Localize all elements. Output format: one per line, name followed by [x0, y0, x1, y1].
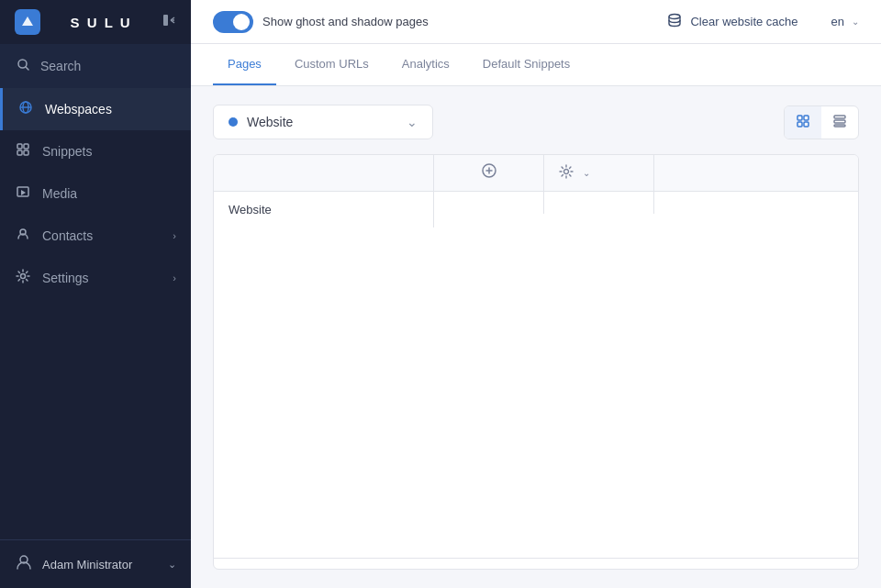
search-icon	[15, 58, 31, 74]
svg-rect-13	[24, 150, 28, 155]
sidebar-item-contacts[interactable]: Contacts ›	[0, 215, 191, 257]
webspaces-icon	[17, 100, 34, 118]
contacts-icon	[15, 227, 31, 245]
settings-icon	[15, 269, 31, 287]
sidebar-item-webspaces[interactable]: Webspaces	[0, 88, 191, 130]
logo-text: S U L U	[70, 15, 131, 30]
sidebar: S U L U Search	[0, 0, 191, 588]
collapse-sidebar-button[interactable]	[162, 13, 176, 31]
svg-line-6	[26, 67, 28, 70]
sidebar-item-label: Settings	[42, 271, 89, 285]
clear-cache-button[interactable]: Clear website cache	[655, 6, 809, 38]
sidebar-logo: S U L U	[0, 0, 191, 44]
ghost-shadow-toggle[interactable]	[213, 11, 253, 33]
svg-point-16	[21, 274, 26, 279]
svg-rect-10	[17, 144, 22, 149]
svg-rect-11	[24, 144, 28, 149]
svg-rect-1	[163, 15, 168, 26]
tab-pages[interactable]: Pages	[213, 44, 276, 85]
svg-rect-23	[834, 116, 845, 118]
view-toggle	[784, 105, 859, 139]
sidebar-nav: Webspaces Snippets Media	[0, 88, 191, 539]
th-title	[214, 155, 434, 191]
sidebar-item-media[interactable]: Media	[0, 172, 191, 215]
language-label: en	[831, 15, 844, 28]
td-settings	[544, 192, 654, 214]
grid-view-button[interactable]	[785, 106, 821, 139]
topbar-right: en ⌄	[831, 15, 859, 28]
th-settings: ⌄	[544, 155, 654, 191]
chevron-down-icon: ⌄	[583, 168, 590, 178]
tab-default-snippets[interactable]: Default Snippets	[468, 44, 585, 85]
svg-rect-12	[17, 150, 22, 155]
td-title: Website	[214, 192, 434, 227]
table-row: Website	[214, 192, 858, 559]
ghost-pages-toggle-group: Show ghost and shadow pages	[213, 11, 633, 33]
page-content: Website ⌄	[191, 86, 881, 588]
svg-point-18	[669, 14, 680, 18]
website-status-dot	[229, 117, 238, 127]
svg-rect-21	[797, 122, 802, 127]
svg-marker-0	[22, 17, 33, 26]
media-icon	[15, 184, 31, 203]
chevron-down-icon: ⌄	[852, 17, 859, 27]
sidebar-item-label: Webspaces	[45, 102, 112, 116]
cache-icon	[666, 12, 683, 32]
sidebar-item-label: Contacts	[42, 228, 93, 243]
svg-rect-22	[804, 122, 809, 127]
search-label: Search	[40, 59, 81, 73]
svg-rect-20	[804, 116, 809, 120]
list-view-button[interactable]	[821, 106, 858, 139]
td-rest	[654, 192, 858, 214]
clear-cache-label: Clear website cache	[690, 15, 797, 28]
user-footer[interactable]: Adam Ministrator ⌄	[0, 539, 191, 588]
sidebar-search-item[interactable]: Search	[0, 44, 191, 88]
tab-custom-urls[interactable]: Custom URLs	[280, 44, 384, 85]
chevron-down-icon: ⌄	[407, 115, 418, 129]
pages-table: ⌄ Website	[213, 154, 859, 570]
website-select-label: Website	[247, 115, 293, 129]
settings-col-icon[interactable]	[559, 164, 574, 182]
sidebar-item-label: Snippets	[42, 144, 92, 159]
user-name: Adam Ministrator	[42, 558, 132, 571]
svg-point-29	[564, 170, 569, 174]
table-header: ⌄	[214, 155, 858, 192]
td-add	[434, 192, 544, 214]
selector-row: Website ⌄	[213, 105, 859, 139]
snippets-icon	[15, 142, 31, 161]
sidebar-item-label: Media	[42, 186, 77, 201]
content-tabs: Pages Custom URLs Analytics Default Snip…	[191, 44, 881, 86]
th-rest	[654, 155, 858, 191]
toggle-label: Show ghost and shadow pages	[262, 15, 429, 28]
sidebar-item-settings[interactable]: Settings ›	[0, 257, 191, 299]
svg-rect-24	[834, 120, 845, 123]
logo-icon	[15, 9, 40, 35]
chevron-right-icon: ›	[173, 272, 176, 283]
website-selector[interactable]: Website ⌄	[213, 105, 433, 139]
main-content: Show ghost and shadow pages Clear websit…	[191, 0, 881, 588]
svg-rect-25	[834, 125, 845, 127]
th-add	[434, 155, 544, 191]
sidebar-item-snippets[interactable]: Snippets	[0, 130, 191, 172]
svg-rect-19	[797, 116, 802, 120]
tab-analytics[interactable]: Analytics	[387, 44, 464, 85]
chevron-right-icon: ›	[173, 230, 176, 241]
user-avatar-icon	[15, 553, 33, 575]
topbar: Show ghost and shadow pages Clear websit…	[191, 0, 881, 44]
add-page-icon[interactable]	[481, 162, 497, 183]
chevron-down-icon: ⌄	[168, 559, 176, 571]
